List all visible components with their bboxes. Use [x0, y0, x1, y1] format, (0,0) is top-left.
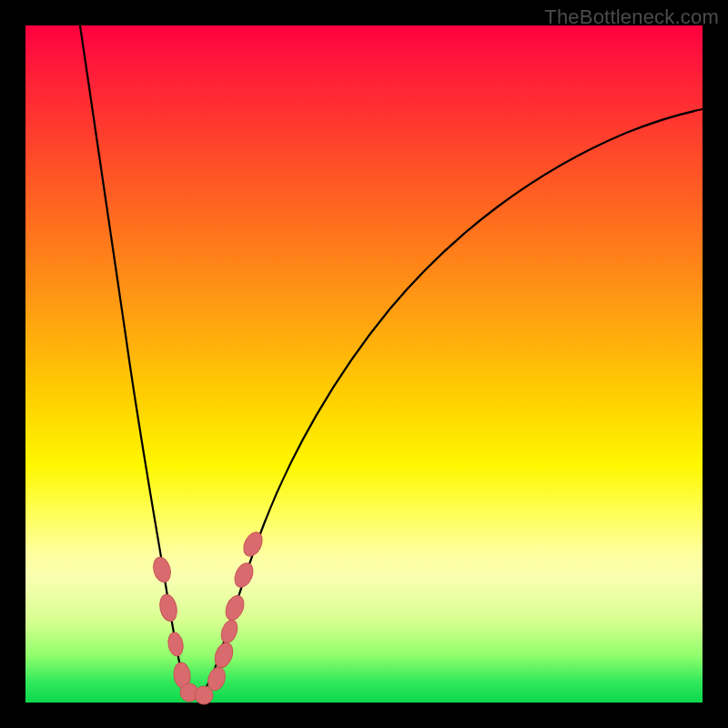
bead — [157, 592, 179, 622]
bottleneck-curve-left — [80, 25, 195, 699]
bead — [240, 529, 266, 559]
bead — [222, 593, 247, 623]
curve-layer — [25, 25, 703, 703]
bead — [167, 632, 185, 657]
bottleneck-curve-right — [195, 109, 703, 699]
bead — [231, 561, 257, 591]
chart-frame: TheBottleneck.com — [0, 0, 728, 728]
bead-cluster — [151, 529, 267, 704]
bead — [218, 618, 240, 645]
watermark-text: TheBottleneck.com — [544, 5, 719, 29]
bead — [151, 555, 174, 584]
